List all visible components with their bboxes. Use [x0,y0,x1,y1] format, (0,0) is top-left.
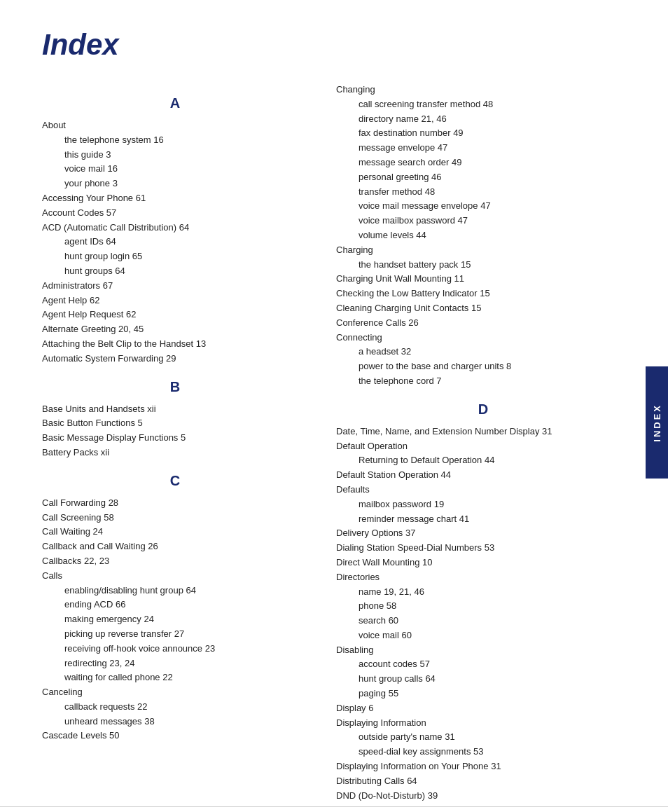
list-item: voice mail 60 [336,628,630,643]
list-item: Basic Button Functions 5 [42,416,308,431]
list-item: Charging [336,243,630,258]
list-item: Connecting [336,331,630,345]
side-tab-label: INDEX [652,404,662,442]
list-item: picking up reverse transfer 27 [42,627,308,642]
list-item: voice mailbox password 47 [336,214,630,228]
list-item: Displaying Information on Your Phone 31 [336,759,630,774]
list-item: volume levels 44 [336,228,630,243]
list-item: personal greeting 46 [336,170,630,185]
list-item: Defaults [336,483,630,497]
list-item: waiting for called phone 22 [42,670,308,685]
page-title: Index [0,28,668,62]
list-item: making emergency 24 [42,612,308,627]
list-item: Disabling [336,643,630,658]
list-item: Alternate Greeting 20, 45 [42,322,308,337]
list-item: hunt group login 65 [42,249,308,264]
side-tab: INDEX [646,366,668,479]
list-item: Basic Message Display Functions 5 [42,431,308,446]
list-item: Call Screening 58 [42,511,308,525]
list-item: mailbox password 19 [336,497,630,512]
list-item: receiving off-hook voice announce 23 [42,642,308,656]
list-item: Display 6 [336,701,630,716]
page-container: Index A About the telephone system 16 th… [0,0,668,812]
list-item: Canceling [42,685,308,700]
list-item: Default Operation [336,439,630,454]
list-item: speed-dial key assignments 53 [336,745,630,759]
list-item: Conference Calls 26 [336,316,630,331]
list-item: search 60 [336,614,630,628]
list-item: Accessing Your Phone 61 [42,191,308,206]
list-item: a headset 32 [336,345,630,359]
list-item: Administrators 67 [42,279,308,294]
list-item: phone 58 [336,599,630,614]
list-item: name 19, 21, 46 [336,585,630,600]
right-column: Changing call screening transfer method … [322,83,637,803]
list-item: voice mail 16 [42,162,308,177]
list-item: Callback and Call Waiting 26 [42,539,308,554]
list-item: Agent Help 62 [42,294,308,308]
footer: INT4000 Cordless Telephone User Guide 75 [0,806,668,812]
list-item: Agent Help Request 62 [42,308,308,322]
list-item: Calls [42,569,308,584]
list-item: Checking the Low Battery Indicator 15 [336,287,630,301]
list-item: the handset battery pack 15 [336,258,630,273]
list-item: About [42,118,308,133]
list-item: Changing [336,83,630,97]
list-item: call screening transfer method 48 [336,97,630,112]
list-item: message search order 49 [336,156,630,170]
list-item: outside party's name 31 [336,730,630,745]
list-item: paging 55 [336,687,630,701]
list-item: Delivery Options 37 [336,526,630,541]
section-c-right-entries: Changing call screening transfer method … [336,83,630,389]
list-item: hunt groups 64 [42,264,308,279]
list-item: the telephone cord 7 [336,374,630,389]
list-item: voice mail message envelope 47 [336,199,630,214]
list-item: Cascade Levels 50 [42,729,308,743]
left-column: A About the telephone system 16 this gui… [0,83,322,803]
list-item: DND (Do-Not-Disturb) 39 [336,789,630,804]
list-item: account codes 57 [336,657,630,672]
list-item: Displaying Information [336,716,630,731]
list-item: Distributing Calls 64 [336,774,630,789]
section-a-header: A [42,95,308,111]
list-item: redirecting 23, 24 [42,656,308,671]
list-item: your phone 3 [42,177,308,191]
list-item: Direct Wall Mounting 10 [336,556,630,570]
list-item: transfer method 48 [336,185,630,200]
list-item: Base Units and Handsets xii [42,402,308,417]
list-item: this guide 3 [42,148,308,163]
section-d-header: D [336,401,630,418]
list-item: enabling/disabling hunt group 64 [42,584,308,598]
list-item: Battery Packs xii [42,446,308,460]
list-item: ACD (Automatic Call Distribution) 64 [42,221,308,235]
list-item: Returning to Default Operation 44 [336,453,630,468]
list-item: Account Codes 57 [42,206,308,221]
section-c-header: C [42,473,308,489]
list-item: unheard messages 38 [42,715,308,729]
section-b-entries: Base Units and Handsets xii Basic Button… [42,402,308,460]
list-item: Default Station Operation 44 [336,468,630,483]
section-a-entries: About the telephone system 16 this guide… [42,118,308,366]
list-item: Automatic System Forwarding 29 [42,352,308,366]
list-item: ending ACD 66 [42,598,308,612]
list-item: callback requests 22 [42,700,308,715]
list-item: Dialing Station Speed-Dial Numbers 53 [336,541,630,556]
list-item: the telephone system 16 [42,133,308,148]
list-item: message envelope 47 [336,141,630,156]
list-item: Directories [336,570,630,585]
list-item: Date, Time, Name, and Extension Number D… [336,425,630,439]
list-item: hunt group calls 64 [336,672,630,687]
section-c-entries: Call Forwarding 28 Call Screening 58 Cal… [42,496,308,744]
list-item: fax destination number 49 [336,126,630,141]
list-item: Call Waiting 24 [42,525,308,539]
list-item: Call Forwarding 28 [42,496,308,511]
list-item: Callbacks 22, 23 [42,554,308,569]
list-item: directory name 21, 46 [336,112,630,127]
list-item: reminder message chart 41 [336,512,630,527]
list-item: Attaching the Belt Clip to the Handset 1… [42,337,308,352]
list-item: power to the base and charger units 8 [336,359,630,374]
section-b-header: B [42,379,308,395]
list-item: Charging Unit Wall Mounting 11 [336,272,630,287]
list-item: Cleaning Charging Unit Contacts 15 [336,301,630,316]
index-columns: A About the telephone system 16 this gui… [0,83,668,803]
